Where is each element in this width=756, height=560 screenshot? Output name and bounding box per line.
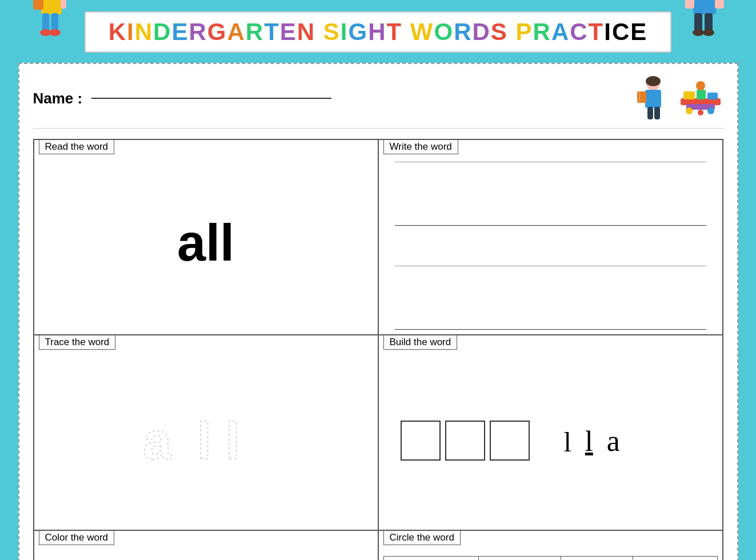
build-box-1	[401, 421, 441, 461]
svg-rect-29	[639, 93, 640, 102]
write-bottom-line	[395, 225, 706, 226]
circle-cell-yellow: Yellow	[633, 557, 717, 561]
svg-rect-19	[685, 0, 694, 9]
worksheet: Name :	[18, 63, 738, 560]
read-word-cell: Read the word all	[34, 139, 378, 335]
header-title-box: KINDERGARTEN SIGHT WORDS PRACTICE	[85, 11, 672, 53]
circle-cell-have: Have	[561, 557, 633, 561]
svg-text:l: l	[197, 413, 211, 470]
svg-point-24	[646, 76, 661, 86]
svg-point-17	[693, 29, 704, 36]
svg-text:l: l	[226, 413, 240, 470]
circle-table: All Two Have Yellow Down Green All Said …	[383, 556, 718, 560]
svg-rect-25	[645, 90, 661, 108]
build-letter-a: a	[607, 424, 620, 458]
kid-left-icon	[29, 0, 74, 55]
svg-rect-34	[697, 90, 706, 99]
svg-rect-26	[647, 107, 653, 119]
kid-right-icon	[682, 0, 727, 55]
header-title: KINDERGARTEN SIGHT WORDS PRACTICE	[109, 18, 648, 46]
decorative-icons	[635, 75, 723, 121]
svg-rect-5	[42, 13, 49, 31]
build-letters-area: l l a	[564, 424, 620, 458]
write-top-line-2	[395, 266, 706, 266]
circle-cell-two: Two	[478, 557, 561, 561]
svg-point-8	[49, 29, 61, 36]
trace-label: Trace the word	[39, 335, 116, 350]
name-text: Name :	[33, 90, 83, 107]
write-word-cell: Write the word	[378, 139, 723, 335]
svg-point-31	[655, 83, 657, 85]
svg-point-39	[698, 110, 703, 115]
svg-text:a: a	[143, 413, 172, 470]
svg-rect-35	[707, 93, 718, 99]
build-box-3	[490, 421, 530, 461]
svg-rect-15	[694, 13, 702, 31]
circle-row-1: All Two Have Yellow	[383, 557, 717, 561]
page-header: KINDERGARTEN SIGHT WORDS PRACTICE	[11, 11, 745, 53]
svg-rect-4	[33, 0, 43, 10]
svg-rect-27	[654, 107, 660, 119]
svg-rect-33	[683, 91, 695, 99]
svg-point-40	[707, 107, 714, 114]
sight-word-display: all	[177, 214, 234, 273]
write-lines-area	[383, 162, 718, 330]
build-letter-l1: l	[564, 426, 571, 458]
svg-point-18	[703, 29, 714, 36]
name-row: Name :	[33, 75, 723, 129]
circle-label: Circle the word	[383, 530, 461, 545]
svg-rect-16	[705, 13, 713, 31]
build-boxes-area	[401, 421, 530, 461]
svg-rect-3	[41, 0, 62, 14]
circle-word-cell: Circle the word All Two Have Yellow Down…	[378, 530, 723, 560]
svg-rect-6	[51, 13, 58, 31]
name-label: Name :	[33, 90, 332, 107]
read-label: Read the word	[39, 139, 115, 154]
color-label: Color the word	[39, 530, 115, 545]
write-label: Write the word	[383, 139, 458, 154]
build-word-cell: Build the word l l a	[378, 335, 723, 530]
name-line	[91, 98, 331, 99]
svg-point-36	[696, 81, 705, 90]
write-bottom-line-2	[395, 329, 706, 330]
color-word-cell: Color the word	[34, 530, 378, 560]
svg-rect-9	[61, 0, 66, 9]
write-top-line	[395, 162, 706, 162]
svg-point-38	[686, 107, 693, 114]
build-label: Build the word	[383, 335, 458, 350]
svg-point-30	[649, 83, 650, 85]
trace-word-display: a l l	[126, 407, 286, 473]
circle-cell-all-1: All	[383, 557, 478, 561]
svg-rect-14	[693, 0, 716, 14]
build-letter-l2: l	[585, 425, 593, 458]
build-box-2	[445, 421, 485, 461]
main-grid: Read the word all Write the word Trace t…	[33, 139, 723, 560]
trace-word-cell: Trace the word a l l	[34, 335, 378, 530]
svg-rect-28	[637, 91, 646, 103]
svg-rect-20	[715, 0, 724, 9]
